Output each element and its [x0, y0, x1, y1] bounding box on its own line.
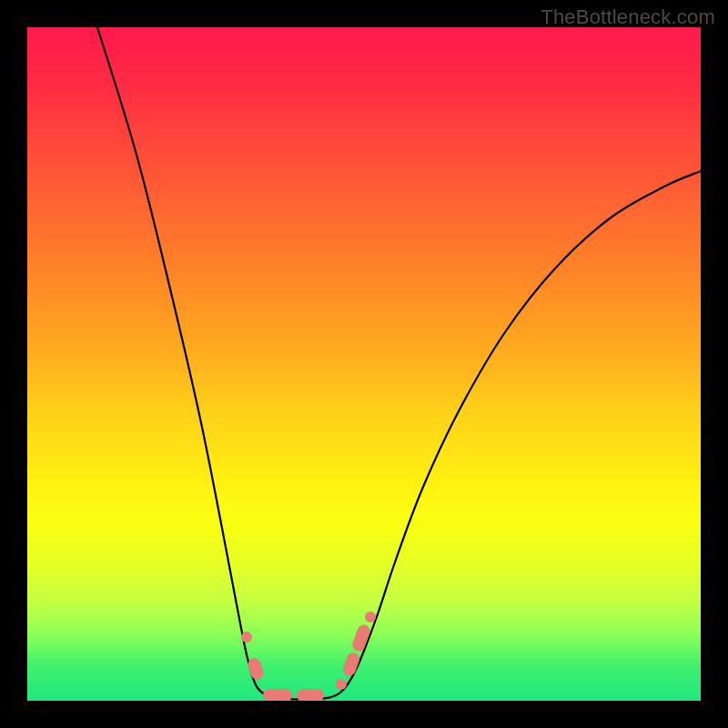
- right-curve: [300, 171, 701, 700]
- marker-dot: [241, 632, 252, 642]
- chart-frame: TheBottleneck.com: [0, 0, 728, 728]
- plot-area: [27, 27, 701, 701]
- marker-pill: [297, 689, 324, 701]
- marker-dot: [336, 679, 347, 690]
- attribution-text: TheBottleneck.com: [541, 5, 715, 29]
- valley-markers: [241, 612, 376, 701]
- left-curve: [97, 27, 300, 700]
- marker-dot: [365, 612, 376, 622]
- marker-pill: [247, 656, 266, 681]
- curves-svg: [27, 27, 701, 701]
- marker-pill: [263, 689, 292, 701]
